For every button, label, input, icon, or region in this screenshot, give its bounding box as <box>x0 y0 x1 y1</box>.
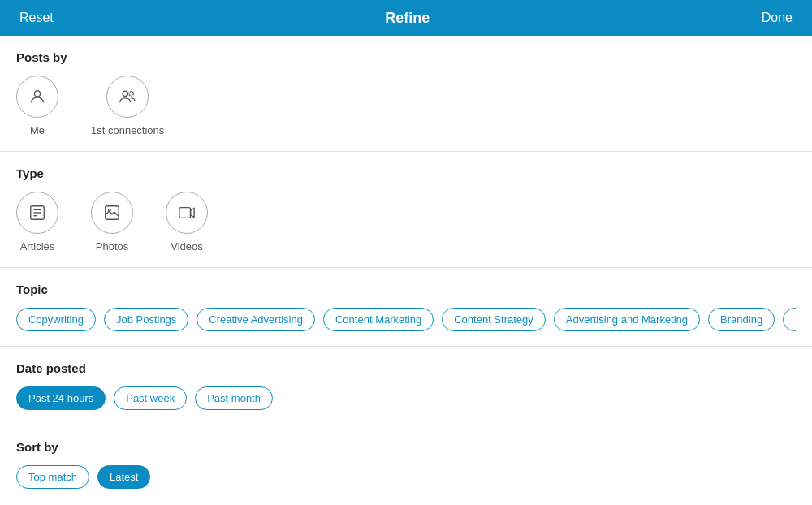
videos-icon <box>178 204 196 222</box>
sort-row: Top matchLatest <box>16 465 796 489</box>
photos-icon <box>103 204 121 222</box>
me-icon-circle <box>16 76 58 118</box>
type-section: Type Articles Photo <box>0 152 812 268</box>
svg-point-2 <box>129 92 134 97</box>
date-tag-2[interactable]: Past month <box>195 386 273 410</box>
topic-tag-3[interactable]: Content Marketing <box>323 308 434 331</box>
sort-by-title: Sort by <box>16 440 796 454</box>
page-title: Refine <box>385 10 430 27</box>
topic-tag-5[interactable]: Advertising and Marketing <box>554 308 700 331</box>
posts-by-connections[interactable]: 1st connections <box>91 76 164 136</box>
videos-icon-circle <box>166 192 208 234</box>
me-label: Me <box>30 124 45 136</box>
topic-section: Topic CopywritingJob PostingsCreative Ad… <box>0 268 812 347</box>
done-button[interactable]: Done <box>755 7 799 28</box>
topic-title: Topic <box>16 283 796 296</box>
posts-by-me[interactable]: Me <box>16 76 58 136</box>
sort-by-section: Sort by Top matchLatest <box>0 425 812 503</box>
connections-label: 1st connections <box>91 124 164 136</box>
sort-tag-1[interactable]: Latest <box>97 465 150 489</box>
posts-by-row: Me 1st connections <box>16 76 796 136</box>
connections-icon-circle <box>106 76 149 118</box>
topic-tag-2[interactable]: Creative Advertising <box>197 308 315 331</box>
articles-icon-circle <box>16 192 58 234</box>
sort-tag-0[interactable]: Top match <box>16 465 89 489</box>
type-title: Type <box>16 166 796 180</box>
date-tag-1[interactable]: Past week <box>114 386 187 410</box>
photos-icon-circle <box>91 192 133 234</box>
header: Reset Refine Done <box>0 0 812 36</box>
svg-rect-9 <box>179 208 191 218</box>
posts-by-title: Posts by <box>16 50 796 64</box>
topic-row: CopywritingJob PostingsCreative Advertis… <box>16 308 796 331</box>
topic-tag-0[interactable]: Copywriting <box>16 308 96 331</box>
svg-point-1 <box>123 91 127 96</box>
posts-by-section: Posts by Me 1st connections <box>0 36 812 152</box>
topic-tag-1[interactable]: Job Postings <box>104 308 188 331</box>
date-tag-0[interactable]: Past 24 hours <box>16 386 106 410</box>
date-row: Past 24 hoursPast weekPast month <box>16 386 796 410</box>
reset-button[interactable]: Reset <box>13 7 60 28</box>
type-row: Articles Photos Videos <box>16 192 796 252</box>
topic-tag-6[interactable]: Branding <box>708 308 775 331</box>
videos-label: Videos <box>171 240 203 252</box>
articles-label: Articles <box>20 240 55 252</box>
articles-icon <box>28 204 46 222</box>
person-icon <box>28 88 46 106</box>
connections-icon <box>119 88 136 106</box>
type-articles[interactable]: Articles <box>16 192 58 252</box>
date-posted-section: Date posted Past 24 hoursPast weekPast m… <box>0 347 812 425</box>
type-videos[interactable]: Videos <box>166 192 208 252</box>
type-photos[interactable]: Photos <box>91 192 133 252</box>
photos-label: Photos <box>96 240 128 252</box>
date-posted-title: Date posted <box>16 361 796 375</box>
topic-tag-7[interactable]: C <box>783 308 796 331</box>
svg-point-0 <box>34 91 40 97</box>
topic-tag-4[interactable]: Content Strategy <box>442 308 546 331</box>
